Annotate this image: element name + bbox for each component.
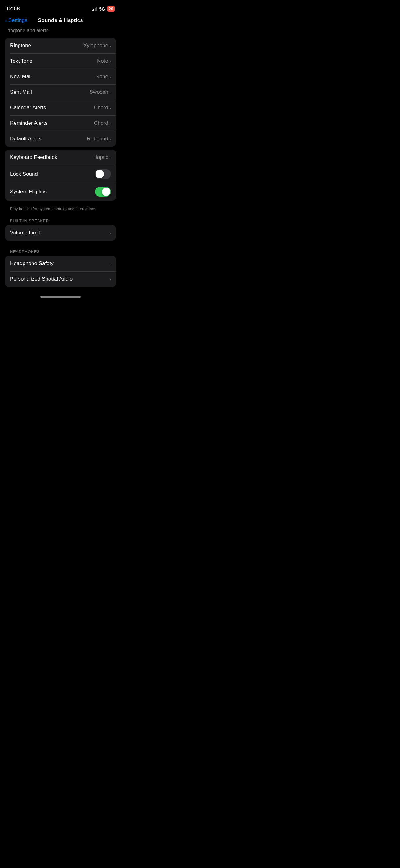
headphone-safety-right: › (109, 261, 111, 266)
calendar-alerts-label: Calendar Alerts (10, 104, 46, 111)
new-mail-label: New Mail (10, 73, 32, 80)
sent-mail-value: Swoosh (90, 89, 108, 95)
signal-bar-2 (93, 9, 94, 11)
system-haptics-toggle-knob (102, 187, 110, 196)
volume-limit-right: › (109, 230, 111, 236)
text-tone-chevron-icon: › (109, 59, 111, 64)
volume-limit-row[interactable]: Volume Limit › (5, 225, 116, 241)
headphones-section-label: HEADPHONES (5, 244, 116, 256)
system-haptics-label: System Haptics (10, 189, 46, 195)
volume-limit-chevron-icon: › (109, 230, 111, 236)
status-time: 12:58 (6, 6, 20, 12)
keyboard-feedback-right: Haptic › (93, 154, 111, 160)
partial-header: ringtone and alerts. (5, 27, 116, 38)
page-title: Sounds & Haptics (38, 18, 83, 24)
battery-container: 20 (107, 6, 115, 12)
new-mail-chevron-icon: › (109, 74, 111, 80)
sent-mail-row[interactable]: Sent Mail Swoosh › (5, 85, 116, 100)
back-button[interactable]: ‹ Settings (5, 18, 27, 24)
signal-bar-3 (95, 8, 96, 11)
calendar-alerts-right: Chord › (94, 104, 111, 111)
network-label: 5G (99, 6, 105, 11)
headphone-safety-label: Headphone Safety (10, 260, 54, 267)
headphone-safety-row[interactable]: Headphone Safety › (5, 256, 116, 271)
ringtone-row[interactable]: Ringtone Xylophone › (5, 38, 116, 53)
reminder-alerts-chevron-icon: › (109, 121, 111, 126)
reminder-alerts-right: Chord › (94, 120, 111, 126)
sent-mail-chevron-icon: › (109, 90, 111, 95)
volume-limit-label: Volume Limit (10, 230, 40, 236)
content-area: ringtone and alerts. Ringtone Xylophone … (0, 27, 121, 287)
home-indicator (0, 290, 121, 301)
home-bar (40, 296, 80, 298)
ringtone-value: Xylophone (84, 42, 108, 49)
sent-mail-right: Swoosh › (90, 89, 111, 95)
text-tone-value: Note (97, 58, 108, 64)
spatial-audio-chevron-icon: › (109, 277, 111, 282)
feedback-group: Keyboard Feedback Haptic › Lock Sound Sy… (5, 150, 116, 200)
back-label: Settings (8, 18, 27, 24)
reminder-alerts-row[interactable]: Reminder Alerts Chord › (5, 116, 116, 131)
lock-sound-toggle-knob (96, 170, 104, 178)
signal-bars (92, 6, 97, 11)
text-tone-label: Text Tone (10, 58, 32, 64)
sounds-group: Ringtone Xylophone › Text Tone Note › Ne… (5, 38, 116, 147)
lock-sound-right (95, 169, 111, 179)
lock-sound-row[interactable]: Lock Sound (5, 165, 116, 183)
signal-bar-4 (96, 7, 97, 11)
new-mail-value: None (96, 73, 108, 80)
haptics-footer: Play haptics for system controls and int… (5, 204, 116, 213)
spatial-audio-row[interactable]: Personalized Spatial Audio › (5, 271, 116, 287)
calendar-alerts-value: Chord (94, 104, 108, 111)
ringtone-label: Ringtone (10, 42, 31, 49)
default-alerts-right: Rebound › (87, 136, 111, 142)
new-mail-right: None › (96, 73, 111, 80)
default-alerts-row[interactable]: Default Alerts Rebound › (5, 131, 116, 147)
text-tone-right: Note › (97, 58, 111, 64)
system-haptics-toggle[interactable] (95, 187, 111, 196)
lock-sound-label: Lock Sound (10, 171, 38, 177)
sent-mail-label: Sent Mail (10, 89, 32, 95)
calendar-alerts-row[interactable]: Calendar Alerts Chord › (5, 100, 116, 116)
headphone-safety-chevron-icon: › (109, 261, 111, 266)
battery-level: 20 (109, 6, 113, 11)
new-mail-row[interactable]: New Mail None › (5, 69, 116, 85)
default-alerts-label: Default Alerts (10, 136, 41, 142)
keyboard-feedback-chevron-icon: › (109, 155, 111, 160)
text-tone-row[interactable]: Text Tone Note › (5, 53, 116, 69)
calendar-alerts-chevron-icon: › (109, 105, 111, 111)
keyboard-feedback-label: Keyboard Feedback (10, 154, 57, 160)
nav-bar: ‹ Settings Sounds & Haptics (0, 16, 121, 27)
spatial-audio-right: › (109, 277, 111, 282)
ringtone-chevron-icon: › (109, 43, 111, 49)
system-haptics-right (95, 187, 111, 196)
keyboard-feedback-value: Haptic (93, 154, 108, 160)
keyboard-feedback-row[interactable]: Keyboard Feedback Haptic › (5, 150, 116, 165)
built-in-speaker-group: Volume Limit › (5, 225, 116, 241)
status-bar: 12:58 5G 20 (0, 0, 121, 16)
system-haptics-row[interactable]: System Haptics (5, 183, 116, 200)
reminder-alerts-value: Chord (94, 120, 108, 126)
signal-bar-1 (92, 10, 93, 11)
headphones-group: Headphone Safety › Personalized Spatial … (5, 256, 116, 287)
lock-sound-toggle[interactable] (95, 169, 111, 179)
built-in-speaker-section-label: BUILT-IN SPEAKER (5, 213, 116, 225)
spatial-audio-label: Personalized Spatial Audio (10, 276, 72, 282)
ringtone-right: Xylophone › (84, 42, 111, 49)
default-alerts-chevron-icon: › (109, 136, 111, 142)
back-chevron-icon: ‹ (5, 18, 7, 24)
default-alerts-value: Rebound (87, 136, 108, 142)
status-right: 5G 20 (92, 6, 115, 12)
reminder-alerts-label: Reminder Alerts (10, 120, 47, 126)
